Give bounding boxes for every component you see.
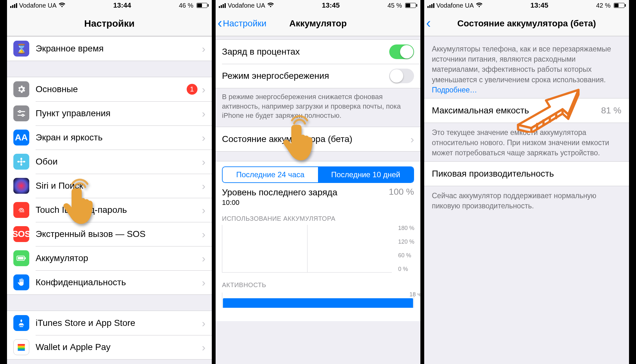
row-label: Siri и Поиск	[36, 181, 202, 191]
row-control-center[interactable]: Пункт управления ›	[7, 101, 212, 125]
notification-badge: 1	[187, 84, 197, 95]
svg-rect-9	[25, 257, 26, 259]
carrier-label: Vodafone UA	[228, 2, 265, 9]
svg-rect-12	[18, 347, 25, 349]
wifi-icon	[267, 2, 274, 9]
max-capacity-note: Это текущее значение емкости аккумулятор…	[424, 123, 629, 161]
last-charge-label: Уровень последнего заряда	[222, 187, 337, 198]
segment-24h[interactable]: Последние 24 часа	[223, 167, 318, 182]
status-bar: Vodafone UA 13:45 42 %	[424, 0, 629, 11]
last-charge-value: 100 %	[389, 187, 414, 197]
battery-percent: 42 %	[596, 2, 611, 9]
svg-rect-10	[18, 344, 25, 346]
row-label: Экран и яркость	[36, 132, 202, 143]
chevron-right-icon: ›	[202, 276, 205, 289]
row-itunes[interactable]: iTunes Store и App Store ›	[7, 311, 212, 335]
row-wallpaper[interactable]: Обои ›	[7, 150, 212, 174]
chevron-right-icon: ›	[411, 133, 414, 145]
peak-performance-note: Сейчас аккумулятор поддерживает нормальн…	[424, 186, 629, 214]
text-size-icon: AA	[13, 130, 29, 145]
max-capacity-value: 81 %	[601, 105, 621, 116]
segment-10d[interactable]: Последние 10 дней	[318, 167, 413, 182]
svg-point-4	[20, 163, 22, 166]
nav-title: Настройки	[84, 18, 135, 29]
chevron-right-icon: ›	[202, 317, 205, 329]
back-label: Настройки	[223, 18, 266, 29]
row-label: Touch ID и код-пароль	[36, 205, 202, 215]
chevron-right-icon: ›	[202, 43, 205, 55]
row-label: Wallet и Apple Pay	[36, 342, 202, 352]
row-label: Заряд в процентах	[222, 47, 389, 57]
svg-point-3	[20, 158, 22, 160]
chevron-right-icon: ›	[202, 83, 205, 96]
row-general[interactable]: Основные 1 ›	[7, 77, 212, 101]
svg-point-5	[17, 161, 20, 163]
gear-icon	[13, 81, 29, 97]
back-button[interactable]: ‹ Настройки	[218, 11, 266, 36]
chevron-right-icon: ›	[202, 131, 205, 144]
wifi-icon	[476, 2, 483, 9]
battery-usage-chart: 180 % 120 % 60 % 0 %	[216, 225, 420, 279]
row-label: Режим энергосбережения	[222, 71, 389, 81]
battery-percent: 46 %	[179, 2, 193, 9]
sos-icon: SOS	[13, 226, 29, 242]
chevron-right-icon: ›	[202, 180, 205, 192]
nav-bar: Настройки	[7, 11, 212, 36]
row-label: Состояние аккумулятора (бета)	[222, 134, 411, 144]
nav-bar: ‹ Настройки Аккумулятор	[216, 11, 420, 36]
row-max-capacity: Максимальная емкость 81 %	[424, 98, 629, 123]
wifi-icon	[59, 2, 66, 9]
toggle-low-power[interactable]	[389, 69, 414, 83]
siri-icon	[13, 178, 29, 194]
row-privacy[interactable]: Конфиденциальность ›	[7, 270, 212, 294]
back-button[interactable]: ‹	[426, 11, 431, 36]
learn-more-link[interactable]: Подробнее…	[432, 86, 477, 94]
low-power-footnote: В режиме энергосбережения снижается фоно…	[216, 88, 420, 127]
screen-battery-health: Vodafone UA 13:45 42 % ‹ Состояние аккум…	[424, 0, 629, 364]
peak-performance-label: Пиковая производительность	[432, 169, 554, 179]
row-label: Экранное время	[36, 44, 202, 54]
row-low-power-mode[interactable]: Режим энергосбережения	[216, 64, 420, 88]
activity-chart: 18 ч	[216, 293, 420, 312]
row-battery[interactable]: Аккумулятор ›	[7, 246, 212, 270]
svg-point-6	[23, 161, 25, 163]
clock: 13:45	[530, 1, 548, 10]
chevron-right-icon: ›	[202, 204, 205, 216]
battery-percent: 45 %	[387, 2, 402, 9]
battery-icon	[404, 3, 417, 8]
svg-rect-13	[18, 349, 25, 351]
toggle-battery-percentage[interactable]	[389, 44, 414, 59]
row-wallet[interactable]: Wallet и Apple Pay ›	[7, 335, 212, 359]
row-battery-percentage[interactable]: Заряд в процентах	[216, 40, 420, 64]
svg-rect-11	[18, 346, 25, 348]
row-label: iTunes Store и App Store	[36, 318, 202, 328]
carrier-label: Vodafone UA	[19, 2, 57, 9]
row-peak-performance: Пиковая производительность	[424, 161, 629, 186]
screen-settings: Vodafone UA 13:44 46 % Настройки ⌛ Экран…	[7, 0, 212, 364]
row-label: Конфиденциальность	[36, 277, 202, 287]
nav-bar: ‹ Состояние аккумулятора (бета)	[424, 11, 629, 36]
chevron-right-icon: ›	[202, 252, 205, 265]
row-screen-time[interactable]: ⌛ Экранное время ›	[7, 37, 212, 61]
row-touch-id[interactable]: Touch ID и код-пароль ›	[7, 198, 212, 222]
row-siri[interactable]: Siri и Поиск ›	[7, 174, 212, 198]
screen-battery: Vodafone UA 13:45 45 % ‹ Настройки Аккум…	[216, 0, 420, 364]
time-range-segmented[interactable]: Последние 24 часа Последние 10 дней	[222, 166, 414, 183]
last-charge-time: 10:00	[222, 199, 414, 207]
sliders-icon	[13, 105, 29, 121]
battery-icon	[612, 3, 626, 8]
row-display[interactable]: AA Экран и яркость ›	[7, 125, 212, 150]
chevron-right-icon: ›	[202, 341, 205, 354]
row-sos[interactable]: SOS Экстренный вызов — SOS ›	[7, 222, 212, 246]
usage-header: ИСПОЛЬЗОВАНИЕ АККУМУЛЯТОРА	[216, 212, 420, 225]
activity-y-label: 18 ч	[410, 291, 420, 298]
hourglass-icon: ⌛	[13, 41, 29, 57]
svg-point-2	[20, 160, 23, 163]
row-label: Пункт управления	[36, 108, 202, 118]
nav-title: Состояние аккумулятора (бета)	[457, 18, 596, 29]
carrier-label: Vodafone UA	[436, 2, 474, 9]
row-label: Экстренный вызов — SOS	[36, 229, 202, 239]
battery-icon	[195, 3, 209, 8]
status-bar: Vodafone UA 13:45 45 %	[216, 0, 420, 11]
row-battery-health[interactable]: Состояние аккумулятора (бета) ›	[216, 127, 420, 151]
